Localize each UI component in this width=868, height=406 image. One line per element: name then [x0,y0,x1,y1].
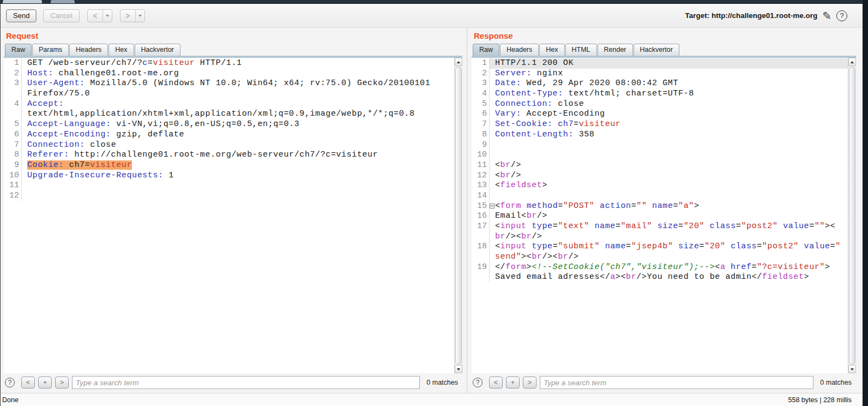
line-number: 15 [472,201,489,212]
code-line[interactable]: 17<input type="text" name="mail" size="2… [472,222,848,232]
search-input[interactable] [72,376,420,389]
tab-raw[interactable]: Raw [473,44,499,56]
search-input[interactable] [540,376,813,389]
history-forward-button[interactable]: > [120,9,145,22]
vertical-scrollbar[interactable] [848,58,856,373]
history-back-button[interactable]: < [87,9,112,22]
code-line[interactable]: 4Accept: [4,99,454,110]
code-line[interactable]: Firefox/75.0 [4,89,454,99]
line-number: 7 [4,140,21,151]
tab-render[interactable]: Render [598,44,633,56]
code-line[interactable]: 1GET /web-serveur/ch7/?c=visiteur HTTP/1… [4,58,454,69]
code-line[interactable]: 10 [472,150,848,160]
code-line[interactable]: 13<fieldset> [472,181,848,191]
code-line[interactable]: 15<form method="POST" action="" name="a"… [472,201,848,212]
code-line[interactable]: 2Server: nginx [472,69,848,79]
code-line[interactable]: 16Email<br/> [472,211,848,222]
tab-headers[interactable]: Headers [500,44,539,56]
code-line[interactable]: 8Content-Length: 358 [472,130,848,140]
code-line[interactable]: 5Accept-Language: vi-VN,vi;q=0.8,en-US;q… [4,120,454,130]
send-button[interactable]: Send [6,9,37,22]
line-number: 10 [4,171,21,181]
tab-headers[interactable]: Headers [69,44,108,56]
request-code[interactable]: 1GET /web-serveur/ch7/?c=visiteur HTTP/1… [4,58,454,373]
scroll-thumb[interactable] [849,67,855,365]
code-line[interactable]: 1HTTP/1.1 200 OK [472,58,848,69]
help-icon[interactable]: ? [836,10,847,21]
cancel-button[interactable]: Cancel [43,9,79,22]
code-line[interactable]: 7Set-Cookie: ch7=visiteur [472,120,848,130]
edit-target-icon[interactable]: ✎ [822,10,831,21]
code-line[interactable]: 2Host: challenge01.root-me.org [4,69,454,79]
code-line[interactable]: 8Referer: http://challenge01.root-me.org… [4,150,454,160]
response-title: Response [472,28,856,44]
code-line[interactable]: 18<input type="submit" name="jsep4b" siz… [472,242,848,252]
request-search-bar: ? < + > 0 matches [4,373,462,392]
vertical-scrollbar[interactable] [454,58,462,373]
line-number: 7 [472,120,489,130]
line-number: 11 [472,160,489,171]
tab-hackvertor[interactable]: Hackvertor [135,44,180,56]
line-number: 12 [4,191,21,201]
search-help-icon[interactable]: ? [473,378,483,387]
search-next-button[interactable]: > [523,377,537,389]
line-number [4,109,21,120]
line-number: 5 [4,120,21,130]
code-line[interactable]: text/html,application/xhtml+xml,applicat… [4,109,454,120]
line-number: 1 [472,58,489,69]
search-case-button[interactable]: + [506,377,520,389]
response-search-bar: ? < + > 0 matches [472,373,856,392]
code-line[interactable]: 12 [4,191,454,201]
code-line[interactable]: br/><br/> [472,232,848,242]
repeater-tabbar [1,0,868,4]
toolbar: Send Cancel < > Target: http://challenge… [1,4,863,28]
code-line[interactable]: 11 [4,181,454,191]
tab-raw[interactable]: Raw [5,44,32,56]
search-matches: 0 matches [817,379,854,386]
tab-html[interactable]: HTML [565,44,597,56]
chevron-down-icon[interactable] [103,10,112,22]
code-line[interactable]: 9 [472,140,848,151]
code-line[interactable]: 9Cookie: ch7=visiteur [4,160,454,171]
code-line[interactable]: 19</form><!--SetCookie("ch7","visiteur")… [472,262,848,273]
response-panel: Response RawHeadersHexHTMLRenderHackvert… [472,28,856,392]
search-next-button[interactable]: > [55,377,69,389]
tab-params[interactable]: Params [32,44,69,56]
scroll-thumb[interactable] [455,67,462,365]
tab-hackvertor[interactable]: Hackvertor [634,44,679,56]
code-line[interactable]: 3Date: Wed, 29 Apr 2020 08:00:42 GMT [472,79,848,89]
code-line[interactable]: 3User-Agent: Mozilla/5.0 (Windows NT 10.… [4,79,454,89]
code-line[interactable]: 6Vary: Accept-Encoding [472,109,848,120]
code-line[interactable]: 5Connection: close [472,99,848,110]
scroll-up-button[interactable] [455,58,462,66]
repeater-tab[interactable] [3,0,42,3]
line-number: 4 [4,99,21,110]
response-editor[interactable]: 1HTTP/1.1 200 OK2Server: nginx3Date: Wed… [472,56,856,373]
scroll-down-button[interactable] [455,365,462,373]
scroll-up-button[interactable] [848,58,856,66]
search-prev-button[interactable]: < [489,377,503,389]
search-case-button[interactable]: + [38,377,52,389]
line-number: 12 [472,171,489,181]
tab-hex[interactable]: Hex [108,44,134,56]
code-line[interactable]: 14 [472,191,848,201]
code-line[interactable]: 6Accept-Encoding: gzip, deflate [4,130,454,140]
code-line[interactable]: 7Connection: close [4,140,454,151]
code-line[interactable]: send"><br/><br/> [472,252,848,262]
tab-hex[interactable]: Hex [539,44,564,56]
code-line[interactable]: 4Content-Type: text/html; charset=UTF-8 [472,89,848,99]
line-number: 2 [4,69,21,79]
line-number: 16 [472,211,489,222]
code-line[interactable]: 10Upgrade-Insecure-Requests: 1 [4,171,454,181]
code-line[interactable]: Saved email adresses</a><br/>You need to… [472,272,848,283]
search-prev-button[interactable]: < [21,377,35,389]
request-editor[interactable]: 1GET /web-serveur/ch7/?c=visiteur HTTP/1… [4,56,462,373]
code-line[interactable]: 11<br/> [472,160,848,171]
repeater-tab[interactable] [51,0,75,3]
scroll-down-button[interactable] [848,365,856,373]
search-help-icon[interactable]: ? [5,378,15,387]
response-code[interactable]: 1HTTP/1.1 200 OK2Server: nginx3Date: Wed… [472,58,848,373]
chevron-down-icon[interactable] [135,10,144,22]
code-line[interactable]: 12<br/> [472,171,848,181]
fold-toggle-icon[interactable] [490,204,495,208]
